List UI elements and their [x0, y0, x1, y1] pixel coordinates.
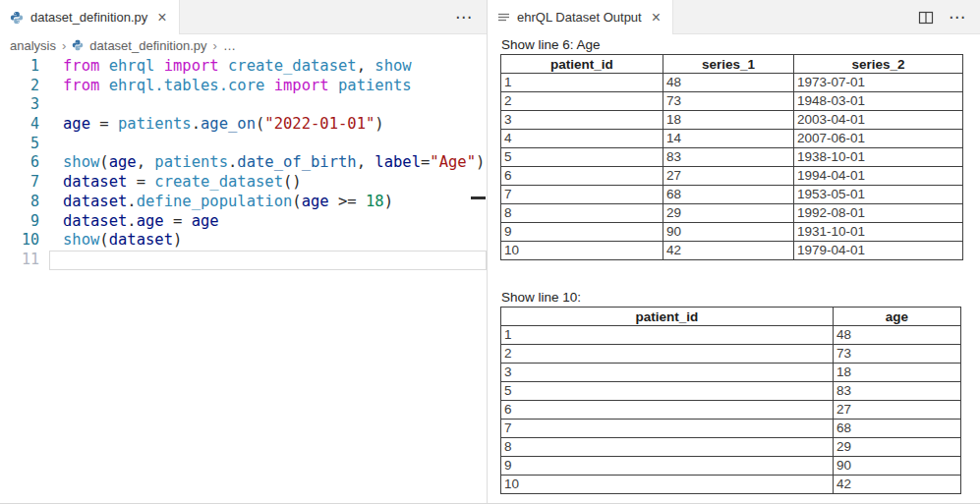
table-cell: 1979-04-01 [794, 242, 963, 260]
code-token: import [164, 57, 219, 75]
table-row: 1042 [501, 476, 961, 494]
output-heading: Show line 6: Age [501, 37, 967, 52]
table-row: 7681953-05-01 [501, 186, 963, 204]
code-token: age [109, 153, 137, 171]
close-icon[interactable]: × [157, 10, 166, 26]
table-cell: 1 [501, 74, 663, 92]
split-editor-icon[interactable] [918, 11, 934, 25]
code-token: ehrql [109, 57, 155, 75]
line-number: 2 [0, 77, 39, 96]
code-line[interactable]: 7dataset = create_dataset() [0, 173, 487, 193]
code-text: show(age, patients.date_of_birth, label=… [49, 153, 487, 173]
code-token: ( [99, 231, 108, 249]
breadcrumb-file[interactable]: dataset_definition.py [89, 38, 206, 53]
code-text: show(dataset) [49, 231, 487, 251]
code-token: ( [99, 153, 108, 171]
code-token: ( [256, 115, 264, 133]
table-cell: 83 [834, 382, 961, 401]
code-token: age [302, 193, 329, 210]
code-line[interactable]: 4age = patients.age_on("2022-01-01") [0, 115, 487, 135]
code-token: , [357, 57, 375, 75]
code-token: dataset [63, 212, 127, 230]
table-cell: 68 [663, 186, 794, 204]
table-cell: 5 [501, 148, 663, 167]
line-number: 11 [0, 251, 39, 270]
code-token: age [192, 212, 219, 230]
more-actions-icon[interactable]: ⋯ [455, 7, 473, 28]
overview-cursor-mark [471, 196, 486, 199]
code-line[interactable]: 10show(dataset) [0, 231, 487, 251]
code-token: date_of_birth [237, 153, 356, 171]
table-cell: 48 [663, 74, 794, 92]
code-token: () [283, 173, 302, 191]
output-heading: Show line 10: [501, 290, 967, 305]
table-header-cell: series_1 [663, 55, 794, 74]
code-token: . [192, 115, 201, 133]
code-token: from [63, 77, 99, 94]
table-row: 627 [501, 401, 961, 420]
code-token [99, 77, 108, 94]
line-number: 6 [0, 153, 39, 173]
code-token: patients [154, 153, 228, 171]
code-token: = [90, 115, 118, 133]
table-cell: 29 [663, 204, 794, 223]
code-line[interactable]: 8dataset.define_population(age >= 18) [0, 193, 487, 212]
code-token: = [127, 173, 154, 191]
table-header-cell: series_2 [794, 55, 963, 74]
code-line[interactable]: 1from ehrql import create_dataset, show [0, 57, 487, 77]
code-token: . [127, 193, 136, 210]
code-token: show [375, 57, 411, 75]
more-actions-icon[interactable]: ⋯ [949, 7, 966, 28]
breadcrumb-folder[interactable]: analysis [10, 38, 56, 53]
table-cell: 1953-05-01 [794, 186, 963, 204]
code-token: ) [173, 231, 182, 249]
python-icon [10, 11, 24, 25]
table-header-cell: patient_id [501, 308, 834, 326]
code-token: create_dataset [228, 57, 357, 75]
tab-ehrql-dataset-output[interactable]: ehrQL Dataset Output × [488, 0, 673, 34]
code-token: "2022-01-01" [264, 115, 375, 133]
code-token: , [357, 153, 375, 171]
table-cell: 68 [834, 420, 961, 438]
code-token: ) [476, 153, 485, 171]
breadcrumb-symbol-more[interactable]: … [223, 38, 236, 53]
code-text: dataset = create_dataset() [49, 173, 487, 193]
chevron-right-icon: › [62, 38, 66, 53]
code-token: show [63, 153, 99, 171]
code-line[interactable]: 9dataset.age = age [0, 212, 487, 232]
code-token: dataset [63, 173, 127, 191]
code-token: import [274, 77, 329, 94]
table-cell: 14 [663, 130, 794, 148]
table-cell: 1948-03-01 [794, 92, 963, 111]
code-line[interactable]: 11 [0, 251, 487, 270]
code-token: create_dataset [154, 173, 283, 191]
table-row: 318 [501, 364, 961, 382]
tab-dataset-definition[interactable]: dataset_definition.py × [0, 0, 180, 34]
table-cell: 4 [501, 130, 663, 148]
close-icon[interactable]: × [652, 10, 661, 26]
code-editor[interactable]: 1from ehrql import create_dataset, show2… [0, 56, 487, 503]
code-text: from ehrql.tables.core import patients [49, 77, 487, 96]
code-token: , [137, 153, 155, 171]
table-cell: 83 [663, 148, 794, 167]
table-cell: 18 [834, 364, 961, 382]
code-token: patients [338, 77, 412, 94]
code-token: 18 [366, 193, 384, 210]
table-row: 8291992-08-01 [501, 204, 963, 223]
code-text: from ehrql import create_dataset, show [49, 57, 487, 77]
table-row: 2731948-03-01 [501, 92, 963, 111]
table-cell: 2 [501, 345, 834, 364]
line-number: 8 [0, 193, 39, 212]
code-line[interactable]: 6show(age, patients.date_of_birth, label… [0, 153, 487, 173]
code-token: . [228, 153, 237, 171]
table-row: 273 [501, 345, 961, 364]
code-line[interactable]: 3 [0, 95, 487, 115]
line-number: 4 [0, 115, 39, 135]
code-token: ( [292, 193, 301, 210]
code-line[interactable]: 2from ehrql.tables.core import patients [0, 77, 487, 96]
table-header-row: patient_idage [501, 308, 961, 326]
code-line[interactable]: 5 [0, 135, 487, 154]
table-row: 9901931-10-01 [501, 223, 963, 242]
line-number: 7 [0, 173, 39, 193]
code-token [99, 57, 108, 75]
